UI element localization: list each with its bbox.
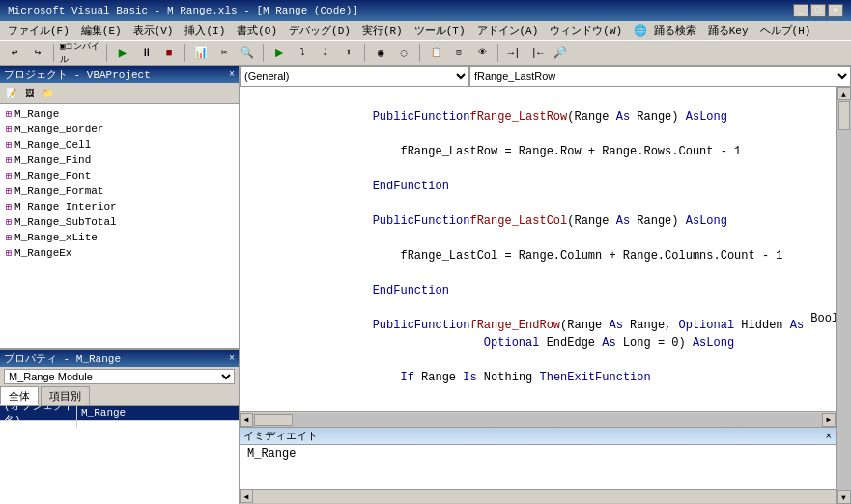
tree-item-m-range-subtotal[interactable]: ⊞ M_Range_SubTotal [2, 214, 237, 230]
menu-insert[interactable]: 挿入(I) [179, 21, 231, 40]
minimize-button[interactable]: _ [793, 4, 808, 17]
properties-panel-close[interactable]: × [229, 353, 235, 364]
sep4 [263, 44, 264, 62]
toolbar-stop[interactable]: ■ [158, 43, 180, 63]
h-scroll-track[interactable] [253, 413, 822, 427]
v-scroll-track[interactable] [837, 100, 851, 490]
tree-item-m-rangeex[interactable]: ⊞ M_RangeEx [2, 245, 237, 261]
toolbar-play2[interactable]: ► [269, 43, 290, 63]
h-scroll-thumb[interactable] [254, 414, 293, 426]
menu-addins[interactable]: アドイン(A) [471, 21, 545, 40]
toolbar-step-over[interactable]: ⤸ [315, 43, 336, 63]
menu-run[interactable]: 実行(R) [356, 21, 409, 40]
toolbar-compile[interactable]: ▣コンパイル [59, 43, 101, 63]
prop-row-name[interactable]: (オブジェクト名) M_Range [0, 406, 239, 421]
menu-format[interactable]: 書式(O) [231, 21, 283, 40]
module-icon: ⊞ [6, 108, 12, 120]
properties-panel: プロパティ - M_Range × M_Range Module 全体 項目別 … [0, 350, 239, 504]
toolbar-breakpoint[interactable]: ◉ [370, 43, 391, 63]
menu-bar: ファイル(F) 編集(E) 表示(V) 挿入(I) 書式(O) デバッグ(D) … [0, 21, 851, 41]
tree-item-m-range-xlite[interactable]: ⊞ M_Range_xLite [2, 230, 237, 245]
sep2 [106, 44, 107, 62]
immediate-panel: イミディエイト × M_Range ◀ ▶ [240, 427, 836, 504]
project-panel-close[interactable]: × [229, 70, 235, 80]
toolbar-clear-breaks[interactable]: ◌ [393, 43, 414, 63]
menu-help[interactable]: ヘルプ(H) [754, 21, 817, 40]
code-line-2: Public Function fRange_LastRow(Range As … [247, 108, 828, 126]
toolbar-undo[interactable]: ↩ [4, 43, 25, 63]
project-panel-toolbar: 📝 🖼 📁 [0, 83, 239, 104]
menu-window[interactable]: ウィンドウ(W) [544, 21, 628, 40]
code-object-dropdown[interactable]: (General) [240, 66, 469, 87]
toolbar-find[interactable]: 🔍 [237, 43, 258, 63]
module-icon: ⊞ [6, 170, 12, 182]
tree-label: M_Range_Font [14, 170, 91, 182]
props-tab-all[interactable]: 全体 [0, 386, 39, 405]
properties-panel-header: プロパティ - M_Range × [0, 350, 239, 367]
menu-search2[interactable]: 踊るKey [702, 21, 754, 40]
menu-tools[interactable]: ツール(T) [409, 21, 471, 40]
props-tab-category[interactable]: 項目別 [41, 386, 90, 405]
toolbar-step-out[interactable]: ⬆ [338, 43, 359, 63]
toolbar-pause[interactable]: ⏸ [135, 43, 156, 63]
menu-search1[interactable]: 🌐 踊る検索 [628, 21, 702, 40]
tree-item-m-range[interactable]: ⊞ M_Range [2, 106, 237, 122]
left-panel: プロジェクト - VBAProject × 📝 🖼 📁 ⊞ M_Range ⊞ … [0, 66, 240, 504]
toolbar-play[interactable]: ▶ [112, 43, 133, 63]
v-scroll-thumb[interactable] [838, 101, 850, 130]
toolbar-redo[interactable]: ↪ [27, 43, 48, 63]
module-icon: ⊞ [6, 216, 12, 228]
imm-scroll-left[interactable]: ◀ [240, 490, 253, 503]
toolbar-objbrowser[interactable]: 🔎 [550, 43, 571, 63]
tree-item-m-range-font[interactable]: ⊞ M_Range_Font [2, 168, 237, 183]
module-icon: ⊞ [6, 139, 12, 151]
scroll-right-btn[interactable]: ▶ [822, 413, 836, 427]
menu-edit[interactable]: 編集(E) [75, 21, 128, 40]
toolbar-immediate[interactable]: ⊡ [448, 43, 469, 63]
close-button[interactable]: × [828, 4, 843, 17]
code-editor[interactable]: Public Function fRange_LastRow(Range As … [240, 87, 836, 411]
toolbar-outdent[interactable]: |← [526, 43, 548, 63]
immediate-close[interactable]: × [825, 431, 832, 442]
tree-item-m-range-find[interactable]: ⊞ M_Range_Find [2, 153, 237, 168]
tree-label: M_Range_Interior [14, 201, 117, 212]
title-bar-buttons[interactable]: _ □ × [793, 4, 843, 17]
toolbar-cut[interactable]: ✂ [213, 43, 235, 63]
toggle-folders-btn[interactable]: 📁 [39, 86, 56, 101]
title-text: Microsoft Visual Basic - M_Range.xls - [… [8, 5, 793, 16]
tree-item-m-range-interior[interactable]: ⊞ M_Range_Interior [2, 199, 237, 214]
toolbar-step-in[interactable]: ⤵ [292, 43, 313, 63]
toolbar-chart[interactable]: 📊 [190, 43, 212, 63]
view-code-btn[interactable]: 📝 [2, 86, 19, 101]
code-line-8: Public Function fRange_LastCol(Range As … [247, 212, 828, 230]
code-h-scrollbar: ◀ ▶ [240, 411, 836, 427]
code-line-6: End Function [247, 178, 828, 195]
immediate-content[interactable]: M_Range [240, 445, 836, 489]
tree-item-m-range-cell[interactable]: ⊞ M_Range_Cell [2, 137, 237, 153]
tree-item-m-range-format[interactable]: ⊞ M_Range_Format [2, 183, 237, 199]
menu-debug[interactable]: デバッグ(D) [283, 21, 356, 40]
view-object-btn[interactable]: 🖼 [20, 86, 38, 101]
menu-view[interactable]: 表示(V) [128, 21, 180, 40]
sep3 [184, 44, 185, 62]
project-tree[interactable]: ⊞ M_Range ⊞ M_Range_Border ⊞ M_Range_Cel… [0, 104, 239, 348]
maximize-button[interactable]: □ [810, 4, 826, 17]
props-object-row: M_Range Module [0, 367, 239, 386]
menu-file[interactable]: ファイル(F) [2, 21, 75, 40]
props-object-select[interactable]: M_Range Module [4, 369, 235, 384]
code-proc-dropdown[interactable]: fRange_LastRow [469, 66, 851, 87]
toolbar-indent[interactable]: →| [503, 43, 525, 63]
tree-label: M_Range_SubTotal [14, 216, 117, 228]
tree-label: M_Range_Find [14, 154, 91, 166]
toolbar-watch[interactable]: 👁 [471, 43, 493, 63]
code-line-12: End Function [247, 282, 828, 299]
module-icon: ⊞ [6, 124, 12, 135]
scroll-left-btn[interactable]: ◀ [240, 413, 253, 427]
sep1 [53, 44, 54, 62]
tree-item-m-range-border[interactable]: ⊞ M_Range_Border [2, 122, 237, 137]
toolbar-locals[interactable]: 📋 [425, 43, 446, 63]
scroll-down-btn[interactable]: ▼ [837, 490, 851, 504]
scroll-up-btn[interactable]: ▲ [837, 87, 851, 100]
code-with-scroll: Public Function fRange_LastRow(Range As … [240, 87, 851, 504]
module-icon: ⊞ [6, 232, 12, 243]
